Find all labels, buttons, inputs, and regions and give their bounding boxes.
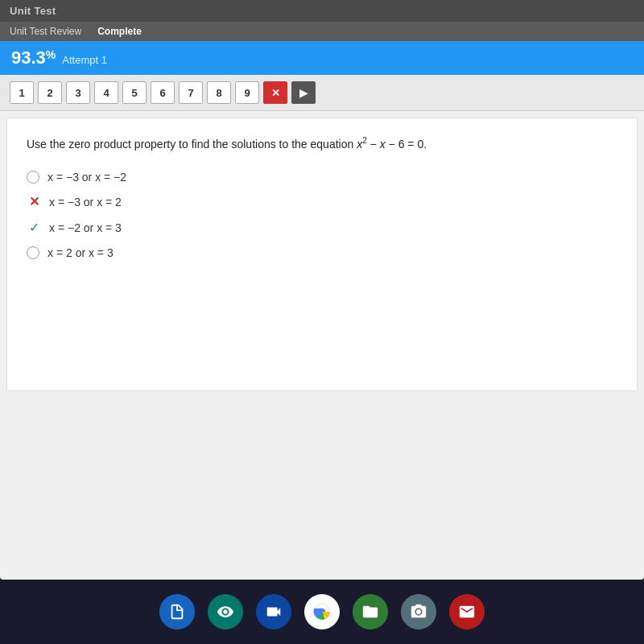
option-d-indicator bbox=[27, 246, 39, 259]
screen: Unit Test Unit Test Review Complete 93.3… bbox=[0, 0, 644, 580]
question-area: Use the zero product property to find th… bbox=[6, 118, 638, 391]
nav-btn-4[interactable]: 4 bbox=[94, 81, 118, 104]
attempt-label: Attempt 1 bbox=[62, 54, 107, 66]
nav-btn-2[interactable]: 2 bbox=[38, 81, 62, 104]
option-a-text: x = −3 or x = −2 bbox=[47, 171, 126, 184]
nav-btn-9[interactable]: 9 bbox=[235, 81, 259, 104]
title-text: Unit Test bbox=[10, 5, 56, 17]
score-value: 93.3 bbox=[11, 47, 46, 68]
answer-option-a[interactable]: x = −3 or x = −2 bbox=[27, 171, 617, 184]
option-c-indicator: ✓ bbox=[27, 221, 41, 235]
mail-icon[interactable] bbox=[449, 594, 485, 630]
chrome-icon[interactable] bbox=[304, 594, 340, 630]
option-a-indicator bbox=[27, 171, 39, 184]
nav-btn-1[interactable]: 1 bbox=[10, 81, 34, 104]
nav-btn-8[interactable]: 8 bbox=[207, 81, 231, 104]
answer-option-c[interactable]: ✓ x = −2 or x = 3 bbox=[27, 221, 617, 235]
taskbar bbox=[0, 580, 644, 644]
page-title: Unit Test bbox=[0, 0, 644, 22]
score-percent: % bbox=[46, 48, 56, 61]
nav-btn-3[interactable]: 3 bbox=[66, 81, 90, 104]
sub-header: Unit Test Review Complete bbox=[0, 22, 644, 41]
question-nav: 1 2 3 4 5 6 7 8 9 ✕ ▶ bbox=[0, 75, 644, 111]
answer-option-d[interactable]: x = 2 or x = 3 bbox=[27, 246, 617, 259]
option-d-text: x = 2 or x = 3 bbox=[47, 246, 114, 259]
camera-icon[interactable] bbox=[401, 594, 436, 630]
question-text: Use the zero product property to find th… bbox=[27, 134, 617, 153]
option-b-indicator: ✕ bbox=[27, 195, 41, 209]
score-bar: 93.3% Attempt 1 bbox=[0, 41, 644, 75]
folder-icon[interactable] bbox=[353, 594, 388, 630]
answer-option-b[interactable]: ✕ x = −3 or x = 2 bbox=[27, 195, 617, 209]
eye-icon[interactable] bbox=[208, 594, 243, 630]
nav-btn-6[interactable]: 6 bbox=[151, 81, 175, 104]
status-badge: Complete bbox=[97, 26, 142, 37]
nav-btn-5[interactable]: 5 bbox=[122, 81, 147, 104]
files-icon[interactable] bbox=[159, 594, 195, 630]
option-b-text: x = −3 or x = 2 bbox=[49, 196, 122, 208]
video-icon[interactable] bbox=[256, 594, 291, 630]
nav-btn-next[interactable]: ▶ bbox=[291, 81, 316, 104]
subtitle-text: Unit Test Review bbox=[10, 26, 81, 37]
option-c-text: x = −2 or x = 3 bbox=[49, 221, 122, 234]
nav-btn-7[interactable]: 7 bbox=[179, 81, 203, 104]
nav-btn-x[interactable]: ✕ bbox=[263, 81, 287, 104]
